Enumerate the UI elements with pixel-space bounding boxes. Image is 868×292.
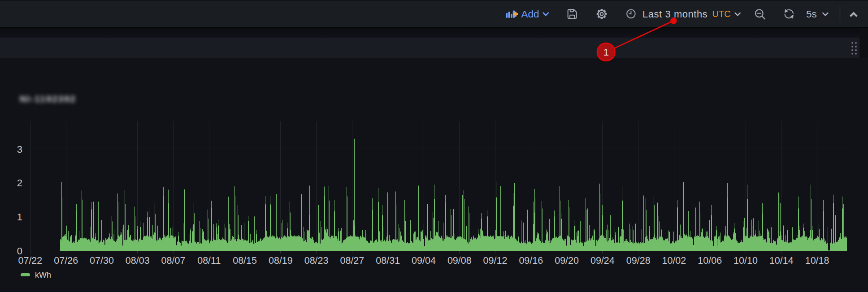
svg-text:10/06: 10/06 — [698, 255, 722, 266]
svg-text:3: 3 — [17, 144, 22, 155]
svg-text:08/19: 08/19 — [269, 255, 293, 266]
svg-text:5s: 5s — [806, 9, 817, 20]
svg-text:07/22: 07/22 — [18, 255, 42, 266]
svg-text:08/07: 08/07 — [161, 255, 186, 266]
svg-text:09/04: 09/04 — [412, 255, 436, 266]
svg-text:07/26: 07/26 — [54, 255, 78, 266]
svg-text:2: 2 — [17, 177, 22, 189]
svg-text:09/12: 09/12 — [483, 255, 508, 266]
svg-text:10/18: 10/18 — [805, 255, 829, 266]
svg-text:1: 1 — [603, 47, 609, 58]
svg-text:08/31: 08/31 — [376, 255, 400, 266]
svg-text:08/15: 08/15 — [233, 255, 257, 266]
svg-text:08/23: 08/23 — [304, 255, 329, 266]
svg-text:Last 3 months: Last 3 months — [642, 9, 707, 20]
svg-text:09/28: 09/28 — [626, 255, 651, 266]
svg-text:07/30: 07/30 — [90, 255, 114, 266]
svg-text:Add: Add — [521, 9, 539, 20]
svg-text:09/08: 09/08 — [447, 255, 472, 266]
svg-text:1: 1 — [17, 211, 22, 223]
svg-text:10/02: 10/02 — [662, 255, 686, 266]
svg-text:08/27: 08/27 — [340, 255, 364, 266]
svg-text:09/16: 09/16 — [519, 255, 543, 266]
svg-text:08/11: 08/11 — [197, 255, 221, 266]
svg-text:0: 0 — [17, 245, 22, 257]
svg-text:09/20: 09/20 — [555, 255, 579, 266]
svg-text:08/03: 08/03 — [126, 255, 150, 266]
svg-text:10/10: 10/10 — [733, 255, 758, 266]
svg-text:09/24: 09/24 — [590, 255, 615, 266]
svg-text:UTC: UTC — [712, 9, 731, 19]
svg-text:10/14: 10/14 — [769, 255, 794, 266]
